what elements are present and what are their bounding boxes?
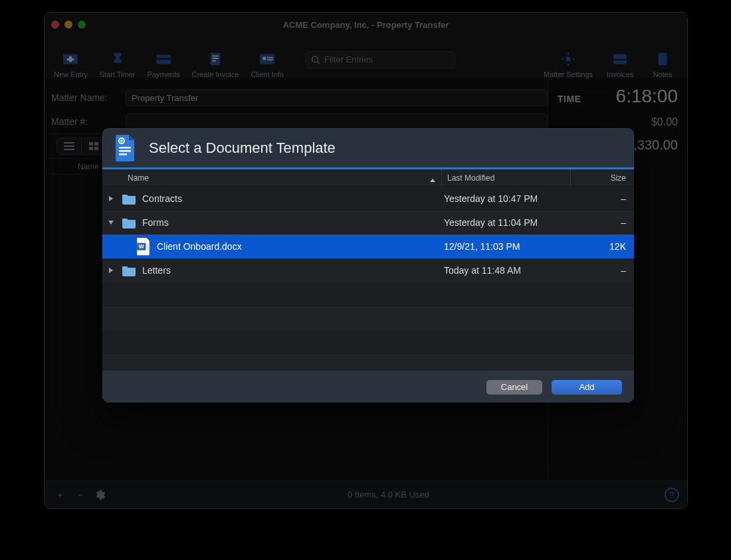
row-size: –: [570, 265, 626, 276]
folder-icon: [121, 262, 137, 278]
docx-icon: W: [136, 238, 152, 254]
add-button[interactable]: Add: [552, 380, 622, 395]
dialog-footer: Cancel Add: [102, 371, 634, 403]
row-modified: Yesterday at 11:04 PM: [444, 217, 570, 228]
svg-text:W: W: [139, 243, 145, 250]
svg-rect-36: [146, 246, 150, 248]
sort-asc-icon: [429, 177, 436, 186]
svg-rect-31: [119, 150, 131, 152]
table-row: [102, 330, 634, 354]
dialog-column-headers: Name Last Modified Size: [102, 169, 634, 187]
template-list: Contracts Yesterday at 10:47 PM – Forms …: [102, 187, 634, 371]
row-modified: Yesterday at 10:47 PM: [444, 193, 570, 204]
disclosure-icon[interactable]: [106, 267, 116, 274]
svg-rect-35: [146, 244, 150, 246]
row-modified: 12/9/21, 11:03 PM: [444, 241, 570, 252]
svg-point-33: [118, 138, 125, 144]
table-row: [102, 282, 634, 306]
row-name: Contracts: [142, 193, 444, 204]
row-name: Forms: [142, 217, 444, 228]
table-row[interactable]: Forms Yesterday at 11:04 PM –: [102, 211, 634, 234]
table-row[interactable]: Contracts Yesterday at 10:47 PM –: [102, 187, 634, 211]
svg-rect-37: [146, 248, 150, 250]
col-name-header[interactable]: Name: [102, 173, 441, 183]
disclosure-icon[interactable]: [106, 195, 116, 202]
select-template-dialog: Select a Document Template Name Last Mod…: [102, 128, 634, 403]
table-row[interactable]: W Client Onboard.docx 12/9/21, 11:03 PM …: [102, 234, 634, 258]
row-name: Client Onboard.docx: [157, 241, 444, 252]
dialog-title: Select a Document Template: [149, 140, 336, 157]
col-size-header[interactable]: Size: [570, 169, 634, 186]
col-modified-header[interactable]: Last Modified: [441, 169, 570, 186]
cancel-button[interactable]: Cancel: [486, 380, 542, 395]
dialog-header: Select a Document Template: [102, 128, 634, 169]
svg-rect-32: [119, 153, 127, 155]
table-row: [102, 306, 634, 330]
row-size: 12K: [570, 241, 626, 252]
row-size: –: [570, 217, 626, 228]
table-row: [102, 354, 634, 371]
document-template-icon: [113, 134, 138, 163]
folder-icon: [121, 215, 137, 231]
disclosure-icon[interactable]: [106, 220, 116, 225]
row-name: Letters: [142, 265, 444, 276]
row-size: –: [570, 193, 626, 204]
svg-rect-30: [119, 147, 131, 149]
row-modified: Today at 11:48 AM: [444, 265, 570, 276]
table-row[interactable]: Letters Today at 11:48 AM –: [102, 258, 634, 282]
folder-icon: [121, 191, 137, 207]
